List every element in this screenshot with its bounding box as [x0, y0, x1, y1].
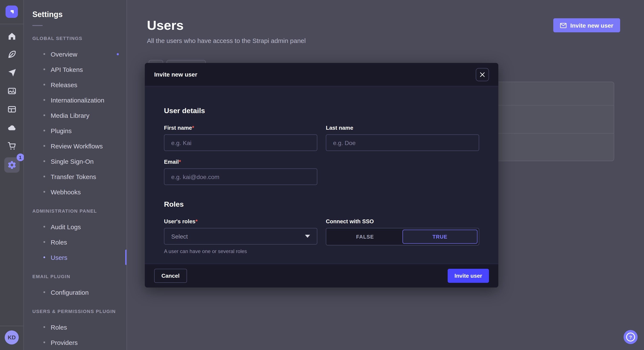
close-icon	[480, 72, 485, 77]
feather-icon[interactable]	[6, 49, 17, 59]
section-title-user-details: User details	[164, 107, 479, 115]
user-avatar[interactable]: KD	[5, 331, 19, 345]
bullet-icon	[44, 191, 45, 193]
last-name-label: Last name	[326, 125, 479, 131]
invite-user-modal: Invite new user User details First name*	[145, 63, 498, 288]
settings-gear-icon[interactable]: 1	[4, 157, 20, 173]
page-subtitle: All the users who have access to the Str…	[147, 37, 620, 44]
sidebar-item-users[interactable]: Users	[32, 250, 126, 265]
strapi-logo[interactable]	[6, 5, 18, 18]
page-header: Users All the users who have access to t…	[127, 0, 644, 44]
sidebar-item-overview[interactable]: Overview	[32, 46, 126, 62]
sidebar-item-audit-logs[interactable]: Audit Logs	[32, 219, 126, 234]
modal-header: Invite new user	[145, 63, 498, 86]
required-asterisk: *	[179, 159, 181, 165]
bullet-icon	[44, 114, 45, 116]
bullet-icon	[44, 130, 45, 131]
sso-label: Connect with SSO	[326, 218, 479, 224]
cancel-button[interactable]: Cancel	[154, 269, 187, 283]
rail-bottom-divider	[0, 326, 24, 326]
email-label: Email*	[164, 159, 317, 165]
bullet-icon	[44, 241, 45, 243]
help-button[interactable]: ?	[624, 330, 638, 344]
user-roles-select[interactable]: Select	[164, 228, 317, 245]
sidebar-item-transfer-tokens[interactable]: Transfer Tokens	[32, 169, 126, 184]
bullet-icon	[44, 176, 45, 177]
sidebar-item-admin-roles[interactable]: Roles	[32, 234, 126, 250]
question-mark-icon: ?	[626, 333, 635, 342]
modal-body: User details First name* Last name	[145, 86, 498, 254]
cloud-icon[interactable]	[6, 123, 17, 133]
strapi-admin-screen: 1 KD Settings GLOBAL SETTINGS Overview A…	[0, 0, 644, 350]
sidebar-title-divider	[32, 25, 42, 26]
section-title-roles: Roles	[164, 200, 479, 209]
settings-sidebar: Settings GLOBAL SETTINGS Overview API To…	[24, 0, 127, 350]
sidebar-item-single-sign-on[interactable]: Single Sign-On	[32, 154, 126, 169]
marketplace-cart-icon[interactable]	[6, 141, 17, 151]
bullet-icon	[44, 291, 45, 293]
section-header-email-plugin: EMAIL PLUGIN	[32, 268, 126, 285]
email-field-group: Email*	[164, 159, 317, 185]
chevron-down-icon	[305, 235, 310, 238]
strapi-logo-icon	[8, 8, 16, 15]
sidebar-item-internationalization[interactable]: Internationalization	[32, 92, 126, 108]
rail-divider	[0, 24, 24, 24]
page-title: Users	[147, 19, 620, 32]
bullet-icon	[44, 84, 45, 85]
invite-user-submit-button[interactable]: Invite user	[448, 269, 489, 283]
overview-notification-dot-icon	[117, 53, 119, 55]
bullet-icon	[44, 68, 45, 70]
modal-footer: Cancel Invite user	[145, 264, 498, 288]
bullet-icon	[44, 145, 45, 147]
email-input[interactable]	[164, 169, 317, 185]
user-roles-field-group: User's roles* Select A user can have one…	[164, 218, 317, 254]
section-header-administration-panel: ADMINISTRATION PANEL	[32, 203, 126, 219]
last-name-field-group: Last name	[326, 125, 479, 151]
sidebar-item-configuration[interactable]: Configuration	[32, 285, 126, 300]
media-library-icon[interactable]	[6, 86, 17, 96]
close-button[interactable]	[476, 68, 489, 81]
bullet-icon	[44, 160, 45, 162]
bullet-icon	[44, 342, 45, 343]
sidebar-item-releases[interactable]: Releases	[32, 77, 126, 92]
sidebar-item-providers[interactable]: Providers	[32, 335, 126, 350]
sidebar-title: Settings	[32, 10, 126, 19]
first-name-input[interactable]	[164, 134, 317, 151]
section-header-global-settings: GLOBAL SETTINGS	[32, 30, 126, 46]
bullet-icon	[44, 326, 45, 328]
sso-option-true[interactable]: TRUE	[402, 230, 478, 244]
sidebar-item-media-library[interactable]: Media Library	[32, 108, 126, 123]
sso-toggle: FALSE TRUE	[326, 228, 479, 245]
last-name-input[interactable]	[326, 134, 479, 151]
modal-title: Invite new user	[154, 71, 197, 78]
roles-hint-text: A user can have one or several roles	[164, 248, 317, 254]
sidebar-item-review-workflows[interactable]: Review Workflows	[32, 138, 126, 154]
bullet-icon	[44, 53, 45, 55]
layout-icon[interactable]	[6, 104, 17, 114]
first-name-field-group: First name*	[164, 125, 317, 151]
sso-option-false[interactable]: FALSE	[328, 230, 402, 244]
sidebar-item-api-tokens[interactable]: API Tokens	[32, 62, 126, 77]
section-header-users-permissions-plugin: USERS & PERMISSIONS PLUGIN	[32, 303, 126, 319]
envelope-icon	[560, 23, 566, 28]
bullet-icon	[44, 226, 45, 227]
sso-field-group: Connect with SSO FALSE TRUE	[326, 218, 479, 254]
sidebar-item-up-roles[interactable]: Roles	[32, 319, 126, 335]
send-icon[interactable]	[6, 68, 17, 78]
required-asterisk: *	[192, 125, 194, 131]
invite-new-user-button[interactable]: Invite new user	[553, 18, 620, 32]
rail-nav: 1	[0, 31, 24, 171]
user-roles-label: User's roles*	[164, 218, 317, 224]
bullet-icon	[44, 256, 45, 258]
first-name-label: First name*	[164, 125, 317, 131]
bullet-icon	[44, 99, 45, 101]
required-asterisk: *	[196, 218, 198, 224]
home-icon[interactable]	[6, 31, 17, 41]
sidebar-item-plugins[interactable]: Plugins	[32, 123, 126, 138]
settings-notification-badge: 1	[16, 154, 24, 161]
icon-rail: 1 KD	[0, 0, 24, 350]
sidebar-item-webhooks[interactable]: Webhooks	[32, 184, 126, 199]
